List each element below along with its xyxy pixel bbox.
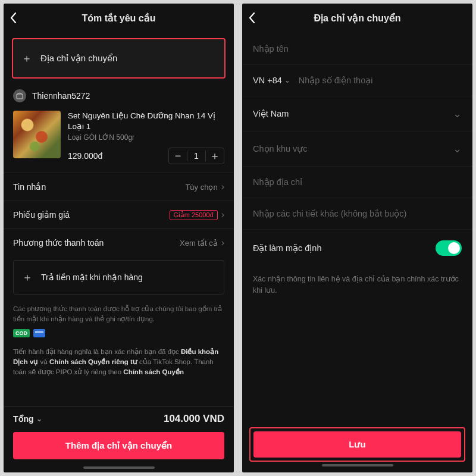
region-field[interactable]: Chọn khu vực ⌄: [242, 131, 472, 167]
name-field[interactable]: Nhập tên: [242, 33, 472, 65]
card-icon: [33, 329, 45, 337]
product-price: 129.000đ: [68, 151, 102, 161]
product-variant: Loại GÓI LỚN 500gr: [68, 133, 224, 142]
plus-icon: ＋: [21, 51, 32, 65]
svg-rect-0: [17, 94, 23, 99]
address-form: Nhập tên VN +84⌄ Nhập số điện thoại Việt…: [242, 32, 472, 296]
seller-row[interactable]: Thiennhan5272: [4, 87, 234, 108]
phone-field[interactable]: VN +84⌄ Nhập số điện thoại: [242, 65, 472, 96]
chevron-left-icon: [10, 12, 18, 24]
payment-method-row[interactable]: Phương thức thanh toán Xem tất cả›: [4, 229, 234, 256]
back-button[interactable]: [10, 4, 18, 32]
total-value: 104.000 VND: [164, 413, 224, 425]
message-label: Tin nhắn: [13, 182, 46, 192]
country-code-picker[interactable]: VN +84⌄: [253, 76, 290, 85]
terms-text: Tiến hành đặt hàng nghĩa là bạn xác nhận…: [4, 343, 234, 383]
pipo-policy-link[interactable]: Chính sách Quyền: [123, 368, 184, 375]
payment-icons: COD: [4, 329, 234, 343]
chevron-down-icon: ⌄: [453, 107, 462, 120]
plus-icon: ＋: [22, 270, 33, 284]
save-button-highlight: Lưu: [249, 427, 465, 462]
seller-name: Thiennhan5272: [32, 91, 90, 101]
default-toggle-label: Đặt làm mặc định: [253, 243, 321, 253]
product-info: Set Nguyên Liệu Chè Dưỡng Nhan 14 Vị Loạ…: [68, 111, 224, 164]
total-label[interactable]: Tổng⌄: [13, 414, 42, 424]
total-bar: Tổng⌄ 104.000 VND: [4, 406, 234, 428]
save-button[interactable]: Lưu: [253, 431, 461, 458]
add-shipping-address-button[interactable]: ＋ Địa chỉ vận chuyển: [12, 38, 226, 79]
confirm-text: Xác nhận thông tin liên hệ và địa chỉ củ…: [242, 267, 472, 296]
header: Tóm tắt yêu cầu: [4, 4, 234, 32]
home-indicator: [322, 464, 393, 466]
address-field[interactable]: Nhập địa chỉ: [242, 167, 472, 198]
add-address-primary-button[interactable]: Thêm địa chỉ vận chuyển: [13, 432, 224, 459]
quantity-stepper: − 1 ＋: [168, 148, 224, 164]
chevron-right-icon: ›: [221, 237, 224, 248]
chevron-down-icon: ⌄: [284, 76, 290, 84]
message-row[interactable]: Tin nhắn Tùy chọn›: [4, 173, 234, 201]
default-toggle-row: Đặt làm mặc định: [242, 230, 472, 267]
payment-method-label: Phương thức thanh toán: [13, 238, 104, 248]
voucher-label: Phiếu giảm giá: [13, 210, 70, 220]
product-row: Set Nguyên Liệu Chè Dưỡng Nhan 14 Vị Loạ…: [4, 108, 234, 173]
screen-address-form: Địa chỉ vận chuyển Nhập tên VN +84⌄ Nhập…: [242, 4, 472, 472]
payment-option-label: Trả tiền mặt khi nhận hàng: [41, 273, 143, 282]
shop-icon: [16, 92, 23, 99]
payment-disclaimer: Các phương thức thanh toán được hỗ trợ c…: [4, 300, 234, 328]
home-indicator: [83, 466, 155, 469]
chevron-right-icon: ›: [221, 209, 224, 220]
payment-option-cod[interactable]: ＋ Trả tiền mặt khi nhận hàng: [13, 260, 224, 295]
add-address-label: Địa chỉ vận chuyển: [40, 53, 117, 64]
chevron-down-icon: ⌄: [453, 142, 462, 155]
qty-plus-button[interactable]: ＋: [206, 148, 224, 164]
header-title: Tóm tắt yêu cầu: [82, 12, 155, 24]
header-title: Địa chỉ vận chuyển: [314, 12, 400, 24]
content: ＋ Địa chỉ vận chuyển Thiennhan5272 Set N…: [4, 32, 234, 406]
screen-order-summary: Tóm tắt yêu cầu ＋ Địa chỉ vận chuyển Thi…: [4, 4, 234, 472]
default-toggle[interactable]: [436, 240, 462, 256]
privacy-link[interactable]: Chính sách Quyền riêng tư: [49, 358, 137, 365]
cod-icon: COD: [13, 329, 30, 337]
voucher-row[interactable]: Phiếu giảm giá Giảm 25000đ›: [4, 201, 234, 228]
voucher-badge: Giảm 25000đ: [170, 210, 218, 220]
qty-minus-button[interactable]: −: [169, 148, 187, 164]
chevron-right-icon: ›: [221, 181, 224, 192]
qty-value: 1: [187, 151, 205, 161]
back-button[interactable]: [248, 4, 256, 32]
product-title: Set Nguyên Liệu Chè Dưỡng Nhan 14 Vị Loạ…: [68, 111, 224, 132]
seller-avatar: [13, 89, 26, 102]
product-thumbnail[interactable]: [13, 111, 61, 158]
chevron-left-icon: [248, 12, 256, 24]
header: Địa chỉ vận chuyển: [242, 4, 472, 32]
country-field[interactable]: Việt Nam ⌄: [242, 96, 472, 131]
detail-field[interactable]: Nhập các chi tiết khác (không bắt buộc): [242, 198, 472, 230]
chevron-down-icon: ⌄: [36, 415, 42, 423]
